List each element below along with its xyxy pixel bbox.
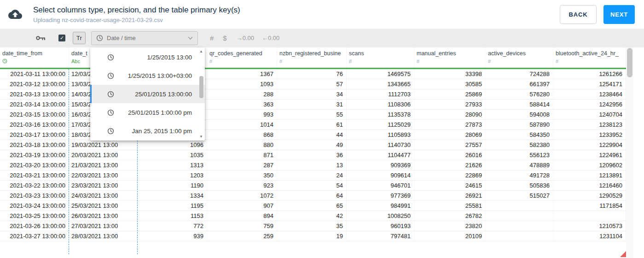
text-transform-button[interactable]: Tr	[73, 32, 86, 44]
table-cell: 350	[207, 170, 277, 180]
currency-type-button[interactable]: $	[223, 34, 226, 42]
table-cell: 576280	[486, 89, 553, 99]
table-cell: 880	[207, 140, 277, 150]
back-button[interactable]: BACK	[560, 5, 597, 24]
increase-decimal-button[interactable]: →0.00	[237, 35, 254, 41]
type-indicator: #	[209, 59, 274, 64]
table-cell: 478889	[486, 160, 553, 170]
type-indicator: #	[417, 59, 482, 64]
table-cell: 22869	[414, 170, 486, 180]
table-scrollbar-thumb[interactable]	[627, 48, 632, 77]
table-cell: 515027	[486, 191, 553, 200]
table-cell: 587890	[486, 120, 553, 129]
table-cell: 1254171	[553, 79, 626, 89]
decrease-decimal-button[interactable]: ←0.00	[262, 35, 279, 41]
column-header-scans[interactable]: scans#	[347, 47, 414, 68]
table-row: 2021-03-22 13:00:0023/03/2021 13:0011909…	[0, 181, 626, 191]
format-option-label: 1/25/2015 13:00	[114, 54, 192, 61]
table-cell	[486, 201, 553, 211]
format-option[interactable]: 1/25/2015 13:00+03:00	[90, 66, 205, 85]
date-format-dropdown: 1/25/2015 13:001/25/2015 13:00+03:0025/0…	[90, 47, 205, 141]
column-name: bluetooth_active_24_hr_	[556, 50, 623, 57]
table-cell: 21626	[414, 160, 486, 170]
check-icon: ✓	[60, 35, 64, 41]
corner-marker-icon	[620, 251, 626, 257]
table-cell: 2021-03-26 13:00:00	[0, 221, 69, 231]
column-header-bluetooth_active_24_hr_[interactable]: bluetooth_active_24_hr_#	[553, 47, 626, 68]
number-type-button[interactable]: #	[210, 34, 214, 42]
clock-icon	[107, 109, 114, 116]
table-cell: 584350	[486, 130, 553, 140]
column-header-active_devices[interactable]: active_devices#	[486, 47, 553, 68]
table-cell: 2021-03-12 13:00:00	[0, 79, 69, 89]
table-cell: 2021-03-13 13:00:00	[0, 89, 69, 99]
column-type-select[interactable]: Date / time	[91, 31, 198, 45]
upload-status: Uploading nz-covid-tracer-usage-2021-03-…	[33, 17, 240, 23]
table-cell: 65	[277, 201, 347, 211]
table-cell: 724288	[486, 69, 553, 79]
table-cell: 1238464	[553, 89, 626, 99]
table-cell: 2021-03-27 13:00:00	[0, 231, 69, 241]
table-cell: 20/03/2021 13:00	[69, 150, 138, 160]
table-vertical-scrollbar[interactable]	[626, 47, 633, 258]
table-cell: 31	[277, 100, 347, 109]
table-cell: 2021-03-24 13:00:00	[0, 201, 69, 211]
format-option[interactable]: Jan 25, 2015 1:00 pm	[90, 122, 205, 140]
table-cell: 24	[277, 170, 347, 180]
table-row: 2021-03-24 13:00:0025/03/2021 13:0011959…	[0, 201, 626, 211]
table-cell: 1238123	[553, 120, 626, 129]
column-header-nzbn_registered_busine[interactable]: nzbn_registered_busine#	[277, 47, 347, 68]
dropdown-scrollbar-thumb[interactable]	[199, 76, 203, 98]
format-option[interactable]: 25/01/2015 13:00:00	[90, 85, 205, 103]
table-cell: 661397	[486, 79, 553, 89]
table-cell: 27933	[414, 100, 486, 109]
table-cell	[486, 211, 553, 221]
data-preview-table: date_time_fromdate_tAbcqr_codes_generate…	[0, 47, 644, 258]
table-cell: 288	[207, 89, 277, 99]
table-cell: 909614	[347, 170, 414, 180]
table-cell: 1112703	[347, 89, 414, 99]
dropdown-scrollbar[interactable]: ▲ ▼	[198, 48, 204, 140]
column-header-manual_entries[interactable]: manual_entries#	[414, 47, 486, 68]
table-cell: 26016	[414, 150, 486, 160]
table-cell: 44	[277, 130, 347, 140]
table-cell: 1105893	[347, 130, 414, 140]
table-cell: 1231104	[553, 231, 626, 241]
scroll-down-icon[interactable]: ▼	[199, 135, 203, 139]
table-row: 2021-03-20 13:00:0021/03/2021 13:0013132…	[0, 160, 626, 170]
table-cell: 907	[207, 201, 277, 211]
table-cell: 1096	[138, 140, 207, 150]
table-cell: 868	[207, 130, 277, 140]
table-cell: 1213891	[553, 170, 626, 180]
table-cell: 28/03/2021 13:00	[69, 231, 138, 241]
table-cell: 2021-03-20 13:00:00	[0, 160, 69, 170]
table-cell: 57	[277, 79, 347, 89]
table-cell: 26782	[414, 211, 486, 221]
next-button[interactable]: NEXT	[603, 5, 635, 24]
table-cell: 25581	[414, 201, 486, 211]
table-cell: 871	[207, 150, 277, 160]
table-cell: 25869	[414, 89, 486, 99]
scroll-up-icon[interactable]: ▲	[199, 49, 203, 53]
column-header-date_time_from[interactable]: date_time_from	[0, 47, 69, 68]
format-option[interactable]: 1/25/2015 13:00	[90, 48, 205, 66]
include-column-checkbox[interactable]: ✓	[58, 35, 65, 41]
table-cell: 909369	[347, 160, 414, 170]
column-header-qr_codes_generated[interactable]: qr_codes_generated#	[207, 47, 277, 68]
table-cell: 287	[207, 160, 277, 170]
table-cell: 22/03/2021 13:00	[69, 170, 138, 180]
format-option-label: 1/25/2015 13:00+03:00	[114, 72, 192, 79]
table-cell: 36	[277, 150, 347, 160]
table-cell: 2021-03-15 13:00:00	[0, 110, 69, 119]
table-cell: 2021-03-21 13:00:00	[0, 170, 69, 180]
table-cell: 1195	[138, 201, 207, 211]
table-cell: 1153	[138, 211, 207, 221]
table-cell: 960193	[347, 221, 414, 231]
primary-key-icon[interactable]	[36, 35, 46, 41]
table-row: 2021-03-27 13:00:0028/03/2021 13:0093925…	[0, 231, 626, 241]
table-cell: 1125029	[347, 120, 414, 129]
header-actions: BACK NEXT	[560, 5, 635, 24]
table-cell: 993	[207, 110, 277, 119]
table-cell: 27873	[414, 120, 486, 129]
format-option[interactable]: 25/01/2015 1:00:00 pm	[90, 103, 205, 122]
